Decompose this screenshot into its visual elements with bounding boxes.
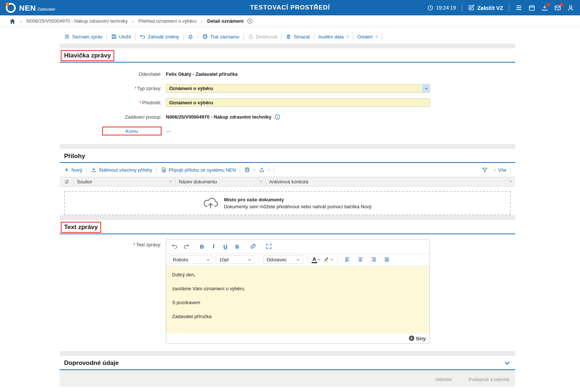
separator: [307, 256, 308, 263]
calendar-icon[interactable]: [528, 4, 535, 11]
column-header-soubor[interactable]: Soubor▽: [74, 177, 175, 186]
predmet-input[interactable]: Oznámení o výběru: [166, 98, 430, 107]
plus-icon: [64, 167, 69, 172]
ostatni-menu[interactable]: Ostatní▽: [357, 34, 378, 40]
separator: [243, 34, 244, 40]
novy-button[interactable]: Nový: [64, 167, 82, 173]
section-header: Doprovodné údaje: [60, 356, 515, 370]
column-header-nazev-dokumentu[interactable]: Název dokumentu▽: [175, 177, 266, 186]
separator: [314, 34, 314, 40]
editor-content-area[interactable]: Dobrý den, zasíláme Vám oznámení o výběr…: [166, 266, 430, 333]
text-zpravy-form-row: *Text zprávy: B I U S Robo: [60, 234, 515, 351]
attachments-table-header: Soubor▽ Název dokumentu▽ Antivirová kont…: [60, 177, 515, 187]
column-chooser-button[interactable]: [60, 177, 74, 186]
chevron-down-icon[interactable]: [423, 85, 430, 92]
komu-link[interactable]: Komu: [102, 127, 161, 135]
separator: [135, 34, 135, 40]
logo-text: NEN: [19, 4, 36, 12]
chevron-down-icon: ▽: [347, 35, 349, 38]
link-button[interactable]: [248, 242, 258, 251]
filter-funnel-icon: [482, 167, 488, 173]
seznam-zprav-button[interactable]: Seznam zpráv: [64, 34, 103, 40]
font-family-select[interactable]: Roboto: [169, 255, 213, 264]
podepsat-a-odeslat-button[interactable]: Podepsat a odeslat: [469, 377, 509, 382]
ulozit-button[interactable]: Uložit: [111, 34, 131, 40]
smazat-button[interactable]: Smazat: [286, 34, 310, 40]
strikethrough-button[interactable]: S: [232, 242, 242, 251]
section-hlavicka-zpravy: Hlavička zprávy Odesílatel: Felix Okátý …: [60, 48, 515, 144]
attachments-toolbar: Nový Stáhnout všechny přílohy Připojit p…: [60, 163, 515, 177]
breadcrumb-item-overview[interactable]: Přehled oznámení o výběru: [138, 18, 197, 24]
block-format-select[interactable]: Odstavec: [263, 255, 303, 264]
typ-zpravy-select[interactable]: Oznámení o výběru: [166, 84, 430, 93]
fullscreen-button[interactable]: [263, 242, 274, 251]
pripojit-prilohu-button[interactable]: Připojit přílohu ze systému NEN: [161, 167, 236, 173]
home-icon[interactable]: [9, 18, 16, 25]
hlavicka-form: Odesílatel: Felix Okátý - Zadavatel přír…: [60, 63, 515, 144]
zalozit-vz-button[interactable]: Založit VZ: [468, 4, 503, 11]
odeslat-button[interactable]: Odeslat: [435, 377, 452, 382]
print-attachments-menu[interactable]: ▽: [244, 167, 255, 173]
print-icon: [244, 167, 250, 173]
bold-button[interactable]: B: [197, 242, 207, 251]
italic-button[interactable]: I: [208, 242, 219, 251]
export-attachments-menu[interactable]: ▽: [259, 167, 270, 173]
breadcrumb-item-current: Detail oznámení: [207, 18, 243, 24]
form-row-predmet: *Předmět: Oznámení o výběru: [60, 96, 515, 110]
nen-logo-icon: [6, 3, 16, 13]
redo-button[interactable]: [181, 242, 192, 251]
vse-filter-menu[interactable]: ▽ Vše: [493, 167, 506, 173]
breadcrumb-separator: ›: [132, 18, 134, 24]
messages-icon[interactable]: [554, 4, 561, 11]
filter-caret-icon[interactable]: ▽: [260, 180, 262, 183]
info-icon[interactable]: [274, 114, 280, 120]
separator: [107, 34, 107, 40]
odesilatel-label: Odesílatel:: [60, 71, 166, 77]
separator: [382, 34, 382, 40]
filter-button[interactable]: [482, 167, 488, 173]
typ-zpravy-label: *Typ zprávy:: [60, 86, 166, 91]
highlighter-icon: [324, 257, 330, 262]
close-icon[interactable]: [247, 18, 253, 24]
chevron-down-icon: ▽: [268, 168, 270, 172]
editor-status-bar: tiny: [166, 333, 430, 343]
zahodit-zmeny-button[interactable]: Zahodit změny: [140, 34, 179, 40]
editor-paragraph: Zadavatel příručka: [172, 314, 424, 319]
chevron-down-icon: ▽: [376, 35, 378, 38]
separator: [510, 167, 511, 173]
undo-button[interactable]: [169, 242, 180, 251]
tisk-zaznamu-button[interactable]: Tisk záznamu: [202, 34, 239, 40]
align-left-button[interactable]: [342, 255, 353, 265]
page-content: Seznam zpráv Uložit Zahodit změny Tisk z…: [60, 30, 515, 387]
user-icon[interactable]: [567, 4, 574, 11]
chevron-down-icon: ▽: [494, 168, 496, 172]
align-right-button[interactable]: [368, 255, 379, 265]
filter-caret-icon[interactable]: ▽: [510, 180, 512, 183]
list-icon: [64, 34, 70, 40]
tinymce-logo[interactable]: tiny: [409, 335, 426, 341]
auditni-data-menu[interactable]: Auditní data▽: [318, 34, 349, 40]
font-size-select[interactable]: 10pt: [216, 255, 254, 264]
desifrovat-button[interactable]: Dešifrovat: [248, 34, 278, 40]
underline-button[interactable]: U: [220, 242, 231, 251]
expand-chevron-icon[interactable]: [503, 359, 511, 367]
column-header-antivirova-kontrola[interactable]: Antivirová kontrola▽: [266, 177, 515, 186]
download-icon: [91, 167, 97, 173]
align-justify-button[interactable]: [382, 255, 392, 265]
breadcrumb-item-procedure[interactable]: N006/25/V00004970 - Nákup zdravotní tech…: [26, 18, 128, 24]
breadcrumb-separator: ›: [20, 18, 22, 24]
text-color-button[interactable]: A: [312, 256, 321, 263]
separator: [156, 167, 157, 173]
menu-icon[interactable]: [515, 4, 523, 11]
filter-caret-icon[interactable]: ▽: [170, 180, 172, 183]
align-center-button[interactable]: [355, 255, 366, 265]
notification-bell-button[interactable]: [187, 34, 194, 40]
separator: [86, 167, 87, 173]
stahnout-vsechny-button[interactable]: Stáhnout všechny přílohy: [91, 167, 152, 173]
section-title: Hlavička zprávy: [61, 50, 114, 61]
highlight-color-button[interactable]: [324, 257, 334, 262]
downloads-icon[interactable]: [541, 4, 548, 11]
predmet-label: *Předmět:: [60, 100, 166, 105]
documents-dropzone[interactable]: Místo pro vaše dokumenty Dokumenty sem m…: [64, 191, 511, 215]
nen-logo[interactable]: NEN Zadavatel: [6, 3, 55, 13]
